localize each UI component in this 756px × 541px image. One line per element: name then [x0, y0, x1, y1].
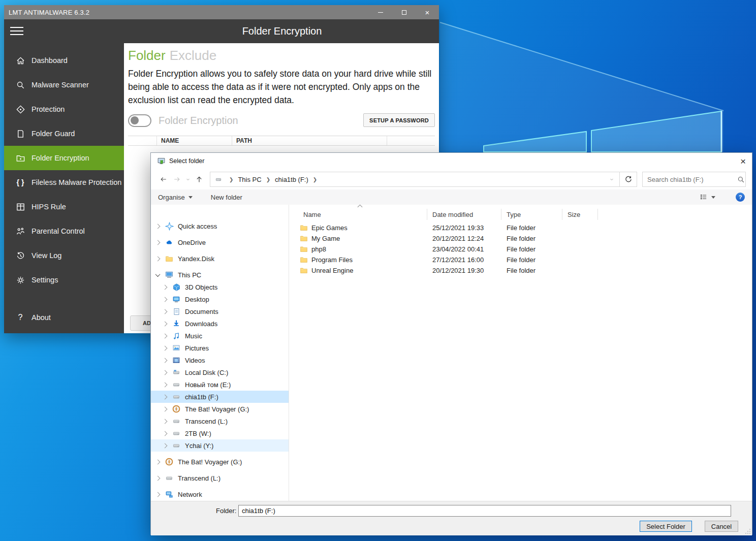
tree-item-chia1tb-f-[interactable]: chia1tb (F:) — [151, 391, 289, 403]
search-input[interactable] — [643, 176, 737, 183]
chevron-right-icon[interactable] — [163, 358, 168, 363]
tree-item-3d-objects[interactable]: 3D Objects — [151, 281, 289, 293]
views-button[interactable] — [699, 194, 715, 201]
chevron-right-icon[interactable] — [163, 419, 168, 424]
sidebar-item-folder-guard[interactable]: Folder Guard — [4, 121, 124, 146]
tree-item-новый-том-e-[interactable]: Новый том (E:) — [151, 378, 289, 391]
chevron-right-icon[interactable] — [163, 406, 168, 411]
minimize-button[interactable] — [369, 5, 392, 19]
chevron-right-icon[interactable] — [155, 256, 161, 261]
back-icon[interactable] — [157, 175, 170, 183]
new-folder-button[interactable]: New folder — [211, 194, 242, 201]
sidebar-item-protection[interactable]: Protection — [4, 97, 124, 121]
column-size[interactable]: Size — [562, 209, 598, 220]
column-name[interactable]: Name — [289, 209, 427, 220]
file-row[interactable]: Unreal Engine20/12/2021 19:30File folder — [289, 265, 752, 276]
tree-item-this-pc[interactable]: This PC — [151, 269, 289, 281]
breadcrumb-separator[interactable]: ❯ — [309, 177, 321, 182]
table-col-name[interactable]: NAME — [156, 136, 232, 145]
file-row[interactable]: Epic Games25/12/2021 19:33File folder — [289, 222, 752, 233]
sidebar-item-fileless-malware-protection[interactable]: { }Fileless Malware Protection — [4, 170, 124, 195]
sidebar-item-settings[interactable]: Settings — [4, 268, 124, 292]
chevron-right-icon[interactable] — [163, 382, 168, 387]
recent-locations-icon[interactable] — [183, 177, 193, 182]
chevron-right-icon[interactable] — [163, 284, 168, 290]
sidebar-item-folder-encryption[interactable]: Folder Encryption — [4, 146, 124, 170]
breadcrumb-this-pc[interactable]: This PC — [237, 176, 262, 183]
cancel-button[interactable]: Cancel — [705, 521, 738, 532]
column-date-modified[interactable]: Date modified — [427, 209, 501, 220]
tree-item-transcend-l-[interactable]: Transcend (L:) — [151, 415, 289, 427]
chevron-right-icon[interactable] — [163, 394, 168, 399]
home-icon — [15, 55, 25, 66]
maximize-button[interactable] — [392, 5, 416, 19]
chevron-right-icon[interactable] — [163, 321, 168, 326]
sidebar-item-about[interactable]: ?About — [4, 305, 124, 330]
column-type[interactable]: Type — [501, 209, 562, 220]
file-row[interactable]: Program Files27/12/2021 16:00File folder — [289, 254, 752, 265]
tree-item-label: 3D Objects — [185, 283, 217, 291]
address-dropdown-icon[interactable] — [604, 172, 619, 186]
sidebar-item-dashboard[interactable]: Dashboard — [4, 48, 124, 73]
sidebar-item-view-log[interactable]: View Log — [4, 243, 124, 268]
tree-item-label: Ychai (Y:) — [185, 442, 213, 450]
tree-item-transcend-l-[interactable]: Transcend (L:) — [151, 472, 289, 484]
tree-item-the-bat-voyager-g-[interactable]: The Bat! Voyager (G:) — [151, 403, 289, 415]
breadcrumb-current-folder[interactable]: chia1tb (F:) — [274, 176, 309, 183]
chevron-right-icon[interactable] — [163, 333, 168, 338]
sidebar-item-malware-scanner[interactable]: Malware Scanner — [4, 73, 124, 97]
sidebar-item-parental-control[interactable]: Parental Control — [4, 219, 124, 243]
forward-icon[interactable] — [170, 175, 183, 183]
search-box[interactable] — [642, 172, 746, 187]
tree-item-desktop[interactable]: Desktop — [151, 293, 289, 305]
folder-name-input[interactable] — [238, 505, 731, 517]
tree-item-2tb-w-[interactable]: 2TB (W:) — [151, 427, 289, 439]
chevron-right-icon[interactable] — [163, 370, 168, 375]
tree-item-videos[interactable]: Videos — [151, 354, 289, 366]
refresh-button[interactable] — [620, 172, 637, 187]
up-icon[interactable] — [193, 175, 206, 184]
sidebar-item-hips-rule[interactable]: HIPS Rule — [4, 195, 124, 219]
tree-item-yandex-disk[interactable]: Yandex.Disk — [151, 252, 289, 265]
chevron-right-icon[interactable] — [155, 459, 161, 464]
tree-item-downloads[interactable]: Downloads — [151, 317, 289, 330]
tree-item-local-disk-c-[interactable]: Local Disk (C:) — [151, 366, 289, 378]
chevron-right-icon[interactable] — [163, 309, 168, 314]
setup-password-button[interactable]: SETUP A PASSWORD — [363, 113, 435, 127]
chevron-right-icon[interactable] — [163, 345, 168, 351]
chevron-right-icon[interactable] — [155, 224, 161, 229]
chevron-right-icon[interactable] — [155, 475, 161, 481]
caret-down-icon — [188, 196, 193, 199]
hamburger-menu-icon[interactable] — [10, 26, 23, 36]
breadcrumb-separator[interactable]: ❯ — [226, 177, 237, 182]
chevron-right-icon[interactable] — [163, 431, 168, 436]
tree-item-onedrive[interactable]: OneDrive — [151, 236, 289, 248]
tree-item-pictures[interactable]: Pictures — [151, 342, 289, 354]
address-bar[interactable]: ❯ This PC ❯ chia1tb (F:) ❯ — [210, 172, 620, 187]
organise-menu[interactable]: Organise — [158, 194, 193, 201]
table-col-path[interactable]: PATH — [232, 136, 387, 145]
select-folder-button[interactable]: Select Folder — [640, 521, 692, 532]
breadcrumb-separator[interactable]: ❯ — [263, 177, 274, 182]
dialog-close-icon[interactable]: × — [731, 156, 746, 166]
chevron-right-icon[interactable] — [155, 492, 161, 497]
heading-exclude[interactable]: Exclude — [170, 48, 217, 63]
app-titlebar: LMT ANTIMALWARE 6.3.2 × — [4, 5, 439, 19]
resize-grip[interactable] — [745, 529, 750, 534]
tree-item-network[interactable]: Network — [151, 488, 289, 500]
chevron-right-icon[interactable] — [163, 297, 168, 302]
help-button[interactable]: ? — [736, 193, 745, 202]
file-row[interactable]: php823/04/2022 00:41File folder — [289, 244, 752, 254]
chevron-down-icon[interactable] — [155, 272, 161, 277]
tree-item-the-bat-voyager-g-[interactable]: The Bat! Voyager (G:) — [151, 456, 289, 468]
file-type: File folder — [501, 245, 562, 253]
file-row[interactable]: My Game20/12/2021 12:24File folder — [289, 233, 752, 244]
close-button[interactable]: × — [416, 5, 439, 19]
chevron-right-icon[interactable] — [155, 240, 161, 245]
tree-item-quick-access[interactable]: Quick access — [151, 220, 289, 232]
tree-item-ychai-y-[interactable]: Ychai (Y:) — [151, 439, 289, 452]
chevron-right-icon[interactable] — [163, 443, 168, 448]
tree-item-documents[interactable]: Documents — [151, 305, 289, 317]
tree-item-music[interactable]: Music — [151, 330, 289, 342]
folder-encryption-toggle[interactable] — [128, 114, 151, 127]
